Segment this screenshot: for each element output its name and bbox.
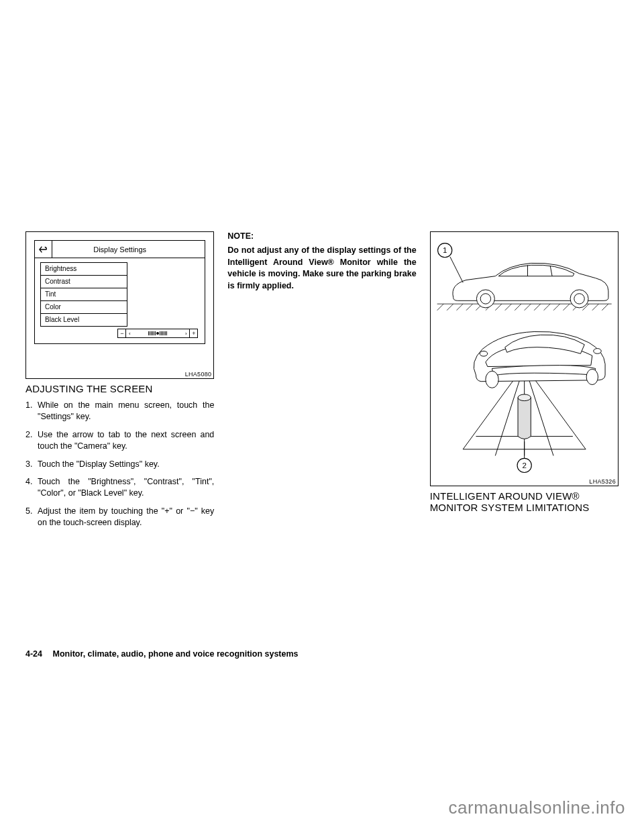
svg-line-15: [563, 304, 570, 311]
figure-label-left: LHA5080: [25, 371, 211, 378]
left-column: Display Settings Brightness Contrast Tin…: [25, 231, 214, 535]
middle-column: NOTE: Do not adjust any of the display s…: [227, 231, 416, 535]
plus-button[interactable]: +: [189, 329, 197, 337]
svg-point-23: [480, 294, 490, 304]
svg-line-8: [495, 304, 502, 311]
page-number: 4-24: [25, 649, 42, 659]
car-perspective-view: [463, 331, 605, 455]
svg-point-34: [593, 349, 601, 354]
svg-line-5: [466, 304, 473, 311]
svg-line-14: [553, 304, 560, 311]
svg-line-3: [447, 304, 453, 311]
settings-item-blacklevel[interactable]: Black Level: [41, 314, 127, 326]
instruction-list: While on the main menu screen, touch the…: [25, 400, 214, 535]
limitations-heading: INTELLIGENT AROUND VIEW® MONITOR SYSTEM …: [430, 490, 619, 513]
svg-point-35: [518, 394, 531, 401]
slider-thumb: [156, 332, 159, 335]
minus-button[interactable]: −: [118, 329, 126, 337]
svg-line-10: [515, 304, 521, 311]
svg-point-33: [480, 351, 488, 356]
callout-1: 1: [443, 246, 447, 254]
step-5: Adjust the item by touching the "+" or "…: [25, 506, 214, 529]
right-column: 1: [430, 231, 619, 535]
slider-track[interactable]: [133, 331, 182, 335]
page-content: Display Settings Brightness Contrast Tin…: [25, 231, 619, 535]
settings-item-brightness[interactable]: Brightness: [41, 263, 127, 276]
svg-line-26: [450, 257, 463, 283]
settings-item-color[interactable]: Color: [41, 301, 127, 314]
display-settings-figure: Display Settings Brightness Contrast Tin…: [25, 231, 214, 379]
settings-item-contrast[interactable]: Contrast: [41, 276, 127, 288]
display-settings-screen: Display Settings Brightness Contrast Tin…: [34, 240, 205, 344]
svg-point-25: [574, 294, 584, 304]
svg-point-32: [586, 369, 598, 384]
svg-line-18: [592, 304, 598, 311]
step-2: Use the arrow to tab to the next screen …: [25, 429, 214, 452]
settings-list: Brightness Contrast Tint Color Black Lev…: [40, 262, 127, 327]
section-title: Monitor, climate, audio, phone and voice…: [53, 649, 299, 659]
settings-item-tint[interactable]: Tint: [41, 288, 127, 301]
callout-2: 2: [522, 461, 526, 469]
limitations-figure: 1: [430, 231, 619, 486]
back-icon: [39, 245, 48, 254]
svg-line-19: [602, 304, 608, 311]
note-text: Do not adjust any of the display setting…: [227, 245, 416, 292]
car-side-view: [437, 257, 611, 311]
car-illustration: 1: [431, 232, 618, 486]
svg-line-11: [524, 304, 531, 311]
page-footer: 4-24 Monitor, climate, audio, phone and …: [25, 649, 299, 659]
svg-line-4: [456, 304, 463, 311]
svg-point-31: [486, 371, 498, 388]
chevron-right-icon: ›: [182, 331, 189, 337]
note-label: NOTE:: [227, 231, 416, 241]
step-3: Touch the "Display Settings" key.: [25, 459, 214, 470]
screen-header: Display Settings: [35, 241, 205, 258]
adjustment-slider: − ‹ › +: [117, 329, 198, 338]
svg-line-12: [534, 304, 541, 311]
step-1: While on the main menu screen, touch the…: [25, 400, 214, 423]
chevron-left-icon: ‹: [126, 331, 133, 337]
watermark: carmanualsonline.info: [449, 797, 625, 818]
obstacle-cylinder: [518, 394, 531, 439]
svg-line-9: [504, 304, 511, 311]
svg-line-13: [543, 304, 550, 311]
svg-line-2: [437, 304, 443, 311]
figure-label-right: LHA5326: [430, 478, 616, 485]
screen-title: Display Settings: [52, 245, 205, 254]
adjusting-screen-heading: ADJUSTING THE SCREEN: [25, 383, 214, 394]
back-button[interactable]: [35, 241, 52, 258]
step-4: Touch the "Brightness", "Contrast", "Tin…: [25, 476, 214, 499]
